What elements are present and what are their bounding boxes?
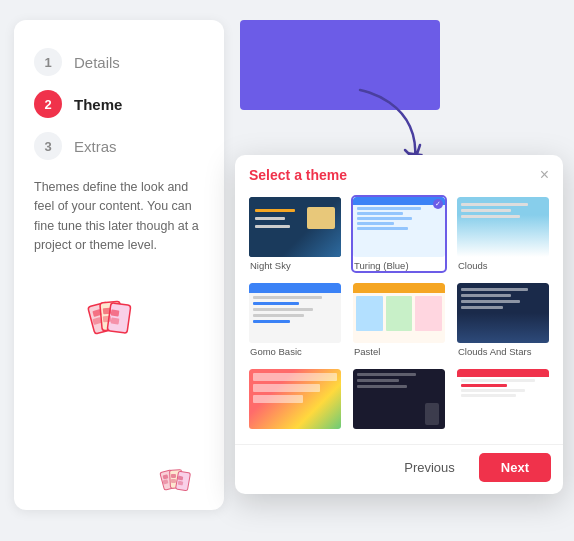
theme-card-cloudstars[interactable]: Clouds And Stars bbox=[455, 281, 551, 359]
modal-header: Select a theme × bbox=[235, 155, 563, 191]
palette-icon-large bbox=[34, 286, 204, 366]
theme-name-nightsky: Night Sky bbox=[249, 260, 341, 271]
previous-button[interactable]: Previous bbox=[388, 453, 471, 482]
theme-thumb-cloudstars bbox=[457, 283, 549, 343]
palette-svg bbox=[79, 286, 159, 366]
svg-rect-15 bbox=[171, 479, 176, 483]
step-label-theme: Theme bbox=[74, 96, 122, 113]
theme-card-dark[interactable] bbox=[351, 367, 447, 434]
step-label-extras: Extras bbox=[74, 138, 117, 155]
svg-rect-7 bbox=[111, 309, 120, 316]
theme-name-cloudstars: Clouds And Stars bbox=[457, 346, 549, 357]
theme-thumb-colorful bbox=[249, 369, 341, 429]
theme-thumb-turing: ✓ bbox=[353, 197, 445, 257]
modal-footer: Previous Next bbox=[235, 444, 563, 494]
theme-thumb-modern bbox=[457, 369, 549, 429]
theme-card-nightsky[interactable]: Night Sky bbox=[247, 195, 343, 273]
step-item-3: 3 Extras bbox=[34, 132, 204, 160]
step-number-3: 3 bbox=[34, 132, 62, 160]
theme-grid: Night Sky ✓ Turing (Blue) bbox=[235, 191, 563, 444]
theme-card-turing[interactable]: ✓ Turing (Blue) bbox=[351, 195, 447, 273]
theme-modal: Select a theme × Night Sky bbox=[235, 155, 563, 494]
step-number-2: 2 bbox=[34, 90, 62, 118]
svg-rect-11 bbox=[176, 471, 191, 491]
theme-name-turing: Turing (Blue) bbox=[353, 260, 445, 271]
description-text: Themes define the look and feel of your … bbox=[34, 178, 204, 256]
theme-card-clouds[interactable]: Clouds bbox=[455, 195, 551, 273]
theme-thumb-dark bbox=[353, 369, 445, 429]
svg-rect-8 bbox=[111, 317, 120, 324]
theme-card-modern[interactable] bbox=[455, 367, 551, 434]
svg-rect-14 bbox=[171, 474, 176, 478]
close-icon[interactable]: × bbox=[540, 167, 549, 183]
theme-thumb-clouds bbox=[457, 197, 549, 257]
theme-thumb-pastel bbox=[353, 283, 445, 343]
step-item-2: 2 Theme bbox=[34, 90, 204, 118]
selected-marker: ✓ bbox=[433, 199, 443, 209]
theme-name-gomo: Gomo Basic bbox=[249, 346, 341, 357]
left-panel: 1 Details 2 Theme 3 Extras Themes define… bbox=[14, 20, 224, 510]
step-label-details: Details bbox=[74, 54, 120, 71]
theme-card-colorful[interactable] bbox=[247, 367, 343, 434]
step-item-1: 1 Details bbox=[34, 48, 204, 76]
theme-name-pastel: Pastel bbox=[353, 346, 445, 357]
theme-card-pastel[interactable]: Pastel bbox=[351, 281, 447, 359]
svg-rect-5 bbox=[103, 307, 111, 314]
svg-rect-6 bbox=[103, 315, 111, 322]
theme-card-gomo[interactable]: Gomo Basic bbox=[247, 281, 343, 359]
theme-thumb-gomo bbox=[249, 283, 341, 343]
theme-name-clouds: Clouds bbox=[457, 260, 549, 271]
next-button[interactable]: Next bbox=[479, 453, 551, 482]
small-palette-svg bbox=[158, 463, 202, 507]
step-number-1: 1 bbox=[34, 48, 62, 76]
modal-title: Select a theme bbox=[249, 167, 347, 183]
step-list: 1 Details 2 Theme 3 Extras bbox=[34, 48, 204, 160]
theme-thumb-nightsky bbox=[249, 197, 341, 257]
